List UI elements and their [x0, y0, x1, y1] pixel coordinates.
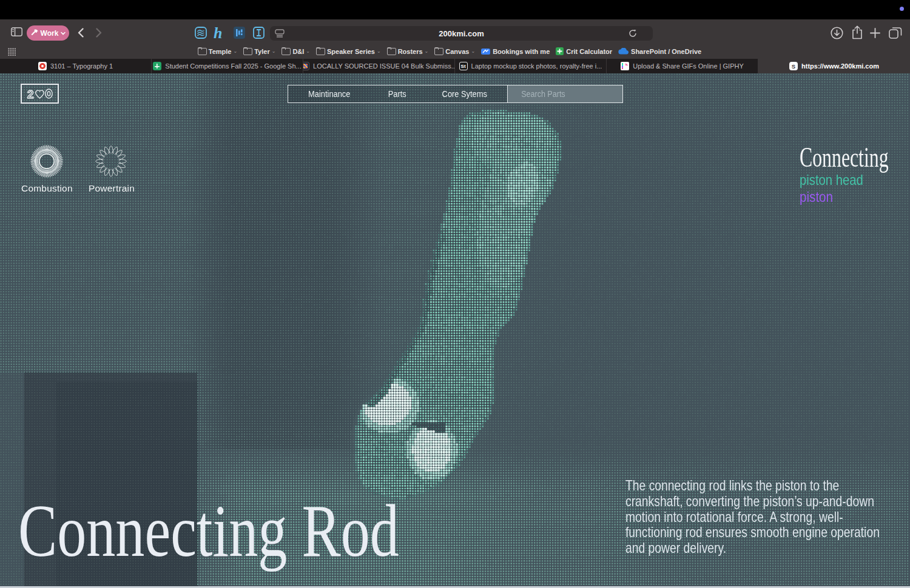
svg-text:2: 2: [27, 88, 34, 101]
